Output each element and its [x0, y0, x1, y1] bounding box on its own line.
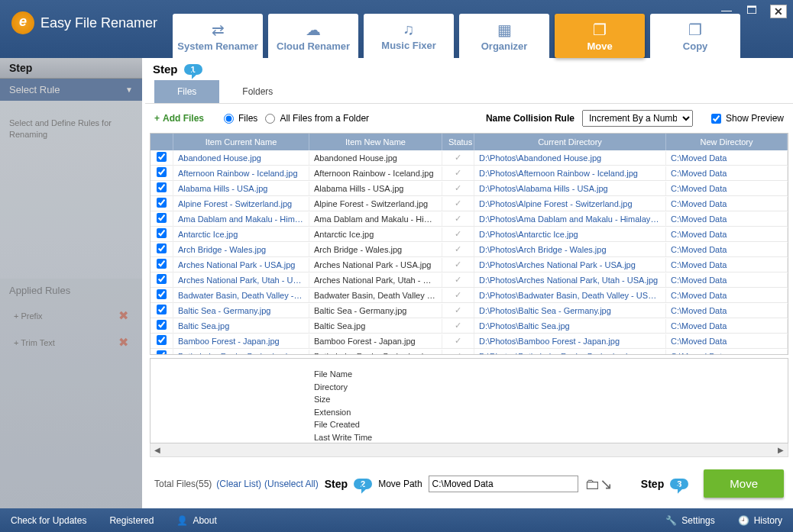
- cell-current-name: Abandoned House.jpg: [173, 151, 309, 165]
- person-icon: 👤: [176, 515, 188, 526]
- move-button[interactable]: Move: [704, 469, 784, 498]
- step-2-badge: 2: [354, 479, 372, 489]
- main-tab-copy[interactable]: ❐Copy: [650, 14, 740, 58]
- col-current-name[interactable]: Item Current Name: [173, 134, 309, 150]
- cell-current-dir: D:\Photos\Baltic Sea.jpg: [474, 319, 666, 333]
- main-content: Step 1 Files Folders + Add Files Files A…: [142, 58, 793, 508]
- scroll-right-icon[interactable]: ▶: [774, 446, 788, 454]
- tab-label: Move: [587, 40, 612, 52]
- close-button[interactable]: ✕: [770, 5, 787, 18]
- table-row[interactable]: Alpine Forest - Switzerland.jpg Alpine F…: [151, 196, 788, 211]
- clear-list-link[interactable]: (Clear List): [216, 479, 261, 489]
- unselect-all-link[interactable]: (Unselect All): [264, 479, 319, 489]
- table-row[interactable]: Badwater Basin, Death Valley - US... Bad…: [151, 288, 788, 303]
- col-new-name[interactable]: Item New Name: [309, 134, 442, 150]
- main-tab-organizer[interactable]: ▦Organizer: [459, 14, 549, 58]
- tab-folders[interactable]: Folders: [219, 80, 296, 103]
- col-new-dir[interactable]: New Directory: [666, 134, 788, 150]
- cell-new-name: Baltic Sea - Germany.jpg: [309, 304, 442, 318]
- row-checkbox[interactable]: [157, 167, 167, 177]
- row-checkbox[interactable]: [157, 305, 167, 314]
- remove-rule-icon[interactable]: ✖: [118, 335, 128, 350]
- horizontal-scrollbar[interactable]: ◀ ▶: [150, 443, 788, 457]
- cell-status: ✓: [442, 272, 474, 287]
- tab-icon: ☁: [306, 21, 321, 39]
- rule-item-trim[interactable]: + Trim Text ✖: [0, 329, 142, 356]
- table-row[interactable]: Ama Dablam and Makalu - Himal... Ama Dab…: [151, 211, 788, 227]
- col-checkbox[interactable]: [151, 134, 173, 150]
- cell-new-dir: C:\Moved Data: [666, 273, 788, 287]
- table-row[interactable]: Antarctic Ice.jpg Antarctic Ice.jpg ✓ D:…: [151, 227, 788, 242]
- table-row[interactable]: Arches National Park, Utah - USA.jpg Arc…: [151, 272, 788, 288]
- table-row[interactable]: Abandoned House.jpg Abandoned House.jpg …: [151, 150, 788, 166]
- row-checkbox[interactable]: [157, 289, 167, 299]
- row-checkbox[interactable]: [157, 182, 167, 192]
- row-checkbox[interactable]: [157, 198, 167, 208]
- settings-link[interactable]: 🔧 Settings: [665, 515, 714, 526]
- total-files-label: Total Files(55): [154, 479, 212, 489]
- table-row[interactable]: Bathsheba Rock - Barbados.jpg Bathsheba …: [151, 349, 788, 354]
- cell-current-dir: D:\Photos\Alpine Forest - Switzerland.jp…: [474, 197, 666, 211]
- cell-status: ✓: [442, 181, 474, 195]
- main-tabs: ⇄System Renamer☁Cloud Renamer♫Music Fixe…: [173, 14, 740, 58]
- cell-new-dir: C:\Moved Data: [666, 166, 788, 180]
- cell-current-dir: D:\Photos\Arches National Park - USA.jpg: [474, 258, 666, 272]
- cell-current-dir: D:\Photos\Alabama Hills - USA.jpg: [474, 182, 666, 195]
- app-title: Easy File Renamer: [40, 15, 157, 31]
- radio-files[interactable]: [224, 114, 234, 124]
- history-link[interactable]: 🕘 History: [738, 515, 782, 526]
- show-preview-checkbox[interactable]: [711, 114, 721, 124]
- main-tab-cloud-renamer[interactable]: ☁Cloud Renamer: [268, 14, 358, 58]
- cell-current-dir: D:\Photos\Arch Bridge - Wales.jpg: [474, 243, 666, 256]
- maximize-button[interactable]: 🗖: [745, 5, 759, 15]
- table-row[interactable]: Baltic Sea.jpg Baltic Sea.jpg ✓ D:\Photo…: [151, 318, 788, 334]
- cell-new-name: Bathsheba Rock - Barbados.jpg: [309, 350, 442, 355]
- show-preview-toggle[interactable]: Show Preview: [711, 113, 784, 124]
- scroll-left-icon[interactable]: ◀: [151, 446, 164, 454]
- main-tab-music-fixer[interactable]: ♫Music Fixer: [364, 14, 454, 58]
- table-row[interactable]: Afternoon Rainbow - Iceland.jpg Afternoo…: [151, 166, 788, 181]
- table-row[interactable]: Bamboo Forest - Japan.jpg Bamboo Forest …: [151, 334, 788, 349]
- cell-new-name: Bamboo Forest - Japan.jpg: [309, 334, 442, 348]
- row-checkbox[interactable]: [157, 274, 167, 284]
- move-path-input[interactable]: [429, 476, 578, 492]
- file-table: Item Current Name Item New Name Status C…: [150, 133, 788, 355]
- row-checkbox[interactable]: [157, 243, 167, 253]
- row-checkbox[interactable]: [157, 152, 167, 162]
- col-current-dir[interactable]: Current Directory: [474, 134, 666, 150]
- row-checkbox[interactable]: [157, 335, 167, 345]
- cell-new-name: Afternoon Rainbow - Iceland.jpg: [309, 166, 442, 180]
- tab-files[interactable]: Files: [154, 80, 219, 103]
- row-checkbox[interactable]: [157, 350, 167, 354]
- check-updates-link[interactable]: Check for Updates: [11, 515, 86, 526]
- row-checkbox[interactable]: [157, 228, 167, 238]
- cell-current-dir: D:\Photos\Bamboo Forest - Japan.jpg: [474, 334, 666, 348]
- table-body[interactable]: Abandoned House.jpg Abandoned House.jpg …: [151, 150, 788, 354]
- select-rule-dropdown[interactable]: Select Rule ▼: [0, 79, 142, 101]
- cell-current-name: Arches National Park, Utah - USA.jpg: [173, 273, 309, 287]
- table-row[interactable]: Arch Bridge - Wales.jpg Arch Bridge - Wa…: [151, 242, 788, 257]
- table-row[interactable]: Arches National Park - USA.jpg Arches Na…: [151, 257, 788, 272]
- table-row[interactable]: Alabama Hills - USA.jpg Alabama Hills - …: [151, 181, 788, 196]
- col-status[interactable]: Status: [442, 134, 474, 150]
- cell-current-dir: D:\Photos\Antarctic Ice.jpg: [474, 227, 666, 241]
- window-controls: — 🗖 ✕: [720, 5, 787, 18]
- minimize-button[interactable]: —: [720, 5, 733, 15]
- add-files-button[interactable]: + Add Files: [154, 113, 204, 124]
- browse-folder-icon[interactable]: 🗀↘: [584, 475, 613, 493]
- remove-rule-icon[interactable]: ✖: [118, 308, 128, 323]
- row-checkbox[interactable]: [157, 259, 167, 269]
- radio-all-files-folder[interactable]: [265, 114, 275, 124]
- file-detail-panel: File NameDirectorySizeExtensionFile Crea…: [150, 358, 788, 443]
- table-row[interactable]: Baltic Sea - Germany.jpg Baltic Sea - Ge…: [151, 303, 788, 318]
- row-checkbox-cell: [151, 302, 173, 318]
- row-checkbox[interactable]: [157, 213, 167, 223]
- main-tab-system-renamer[interactable]: ⇄System Renamer: [173, 14, 263, 58]
- about-link[interactable]: 👤 About: [176, 515, 216, 526]
- rule-item-prefix[interactable]: + Prefix ✖: [0, 302, 142, 329]
- step3-label: Step: [641, 478, 664, 490]
- tab-icon: ❐: [593, 21, 607, 39]
- collision-rule-select[interactable]: Increment By a Number: [582, 110, 693, 127]
- main-tab-move[interactable]: ❐Move: [555, 14, 645, 58]
- row-checkbox[interactable]: [157, 320, 167, 330]
